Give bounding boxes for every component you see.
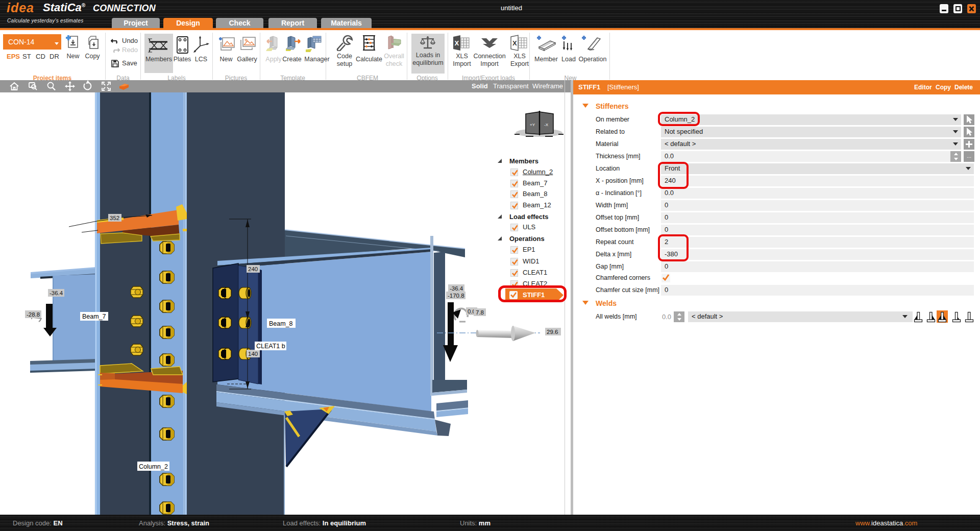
svg-text:CLEAT1 b: CLEAT1 b — [256, 343, 285, 350]
svg-text:352: 352 — [110, 215, 119, 221]
svg-text:X: X — [455, 39, 459, 47]
svg-text:-36.4: -36.4 — [50, 290, 63, 296]
svg-text:Column_2: Column_2 — [139, 463, 168, 470]
svg-text:-170.8: -170.8 — [448, 293, 464, 299]
svg-text:240: 240 — [248, 266, 258, 272]
svg-text:Beam_8: Beam_8 — [269, 320, 293, 327]
svg-text:29.6: 29.6 — [547, 329, 558, 335]
svg-text:140: 140 — [248, 351, 258, 357]
svg-text:Beam_7: Beam_7 — [82, 313, 106, 320]
svg-text:7.8: 7.8 — [476, 309, 484, 316]
svg-text:-X: -X — [544, 123, 549, 127]
svg-text:+Y: +Y — [530, 123, 535, 127]
svg-text:-28.8: -28.8 — [27, 311, 40, 318]
svg-text:-36.4: -36.4 — [450, 285, 463, 292]
svg-text:X: X — [512, 39, 517, 47]
